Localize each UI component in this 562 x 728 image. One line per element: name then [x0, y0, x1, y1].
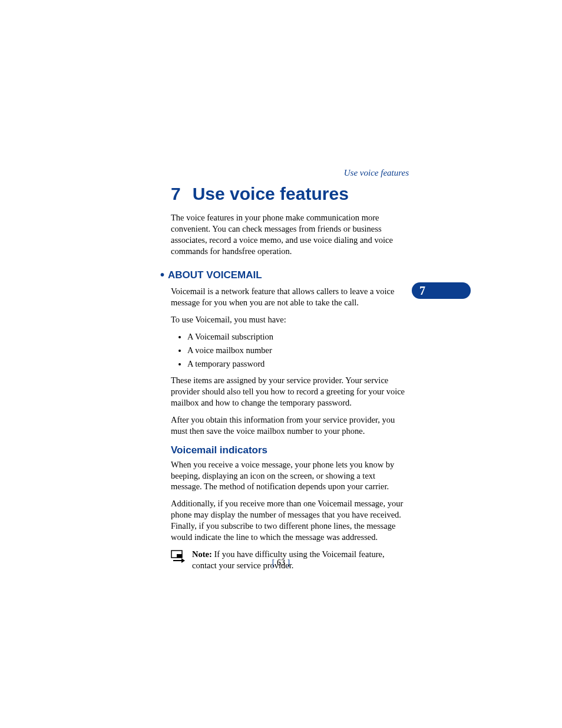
- side-tab-number: 7: [419, 284, 425, 297]
- chapter-side-tab: 7: [412, 282, 471, 299]
- subheading-voicemail-indicators: Voicemail indicators: [171, 444, 406, 457]
- svg-rect-1: [177, 554, 182, 558]
- running-header: Use voice features: [344, 168, 409, 178]
- list-item: A voice mailbox number: [187, 345, 406, 356]
- bullet-icon: •: [160, 268, 164, 281]
- requirements-list: A Voicemail subscription A voice mailbox…: [171, 331, 406, 370]
- intro-paragraph: The voice features in your phone make co…: [171, 212, 406, 256]
- section-heading-about-voicemail: •ABOUT VOICEMAIL: [160, 267, 406, 282]
- chapter-title: 7Use voice features: [171, 184, 349, 204]
- body-paragraph: After you obtain this information from y…: [171, 414, 406, 437]
- body-paragraph: Additionally, if you receive more than o…: [171, 498, 406, 542]
- list-item: A Voicemail subscription: [187, 331, 406, 342]
- list-item: A temporary password: [187, 358, 406, 370]
- section-heading-text: ABOUT VOICEMAIL: [168, 269, 262, 281]
- body-paragraph: To use Voicemail, you must have:: [171, 314, 406, 325]
- body-paragraph: These items are assigned by your service…: [171, 375, 406, 409]
- note-label: Note:: [192, 549, 212, 559]
- body-paragraph: Voicemail is a network feature that allo…: [171, 286, 406, 308]
- main-content: The voice features in your phone make co…: [171, 212, 406, 571]
- body-paragraph: When you receive a voice message, your p…: [171, 459, 406, 493]
- document-page: Use voice features 7Use voice features 7…: [0, 0, 562, 728]
- page-number-value: 63: [277, 558, 285, 567]
- page-number: [ 63 ]: [0, 558, 562, 568]
- chapter-number: 7: [171, 184, 181, 204]
- chapter-title-text: Use voice features: [193, 184, 349, 203]
